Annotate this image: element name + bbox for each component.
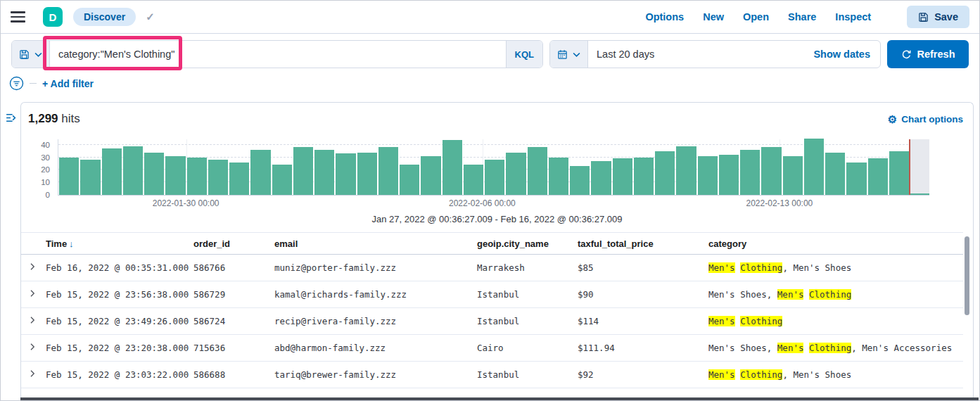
histogram-bar[interactable]	[59, 158, 79, 195]
y-axis-tick-label: 0	[46, 191, 50, 199]
chart-options-button[interactable]: ⚙ Chart options	[888, 114, 963, 125]
hits-count: 1,299 hits	[28, 112, 80, 126]
histogram-bar[interactable]	[293, 147, 313, 195]
add-filter-button[interactable]: + Add filter	[42, 78, 94, 89]
query-bar: KQL Last 20 days Show dates	[1, 34, 979, 74]
refresh-button[interactable]: Refresh	[887, 40, 969, 68]
column-header-price[interactable]: taxful_total_price	[578, 233, 708, 255]
check-icon: ✓	[146, 11, 155, 23]
vertical-scrollbar-thumb[interactable]	[965, 236, 969, 315]
histogram-bar[interactable]	[634, 158, 654, 195]
cell-email: tariq@brewer-family.zzz	[274, 362, 477, 388]
histogram-bar[interactable]	[378, 147, 398, 195]
cell-time: Feb 15, 2022 @ 23:03:22.000	[46, 362, 193, 388]
menu-hamburger-icon[interactable]	[11, 11, 25, 23]
histogram-bar[interactable]	[761, 147, 781, 195]
histogram-bar[interactable]	[443, 140, 462, 195]
histogram-bar[interactable]	[719, 155, 739, 195]
histogram-bar[interactable]	[528, 147, 547, 195]
cell-category: Men's Clothing, Men's Shoes	[708, 255, 963, 281]
category-text: Men's Shoes,	[708, 343, 777, 353]
histogram-bar[interactable]	[570, 166, 590, 195]
histogram-bar[interactable]	[187, 158, 207, 195]
category-text	[803, 289, 809, 300]
histogram-bar[interactable]	[783, 156, 803, 195]
query-language-badge[interactable]: KQL	[506, 41, 542, 68]
expand-row-button[interactable]	[21, 281, 46, 308]
nav-new[interactable]: New	[703, 11, 724, 23]
expand-row-button[interactable]	[21, 362, 46, 388]
cell-price: $114	[578, 308, 708, 335]
column-header-city[interactable]: geoip.city_name	[477, 233, 578, 255]
histogram-bar[interactable]	[549, 158, 568, 195]
results-panel: 1,299 hits ⚙ Chart options 010203040	[20, 102, 974, 401]
refresh-icon	[901, 49, 912, 60]
breadcrumb-discover: Discover	[73, 8, 136, 26]
highlighted-term: Clothing	[740, 262, 782, 273]
date-range-value[interactable]: Last 20 days	[588, 41, 803, 68]
histogram-bar[interactable]	[80, 160, 100, 195]
cell-email: kamal@richards-family.zzz	[274, 281, 477, 308]
histogram-bar[interactable]	[229, 163, 249, 195]
histogram-bar[interactable]	[889, 151, 909, 195]
category-text: , Men's Accessories	[851, 343, 952, 353]
cell-time: Feb 15, 2022 @ 23:49:26.000	[46, 308, 193, 335]
histogram-bar[interactable]	[165, 156, 185, 195]
expand-row-button[interactable]	[21, 255, 46, 281]
histogram-bar[interactable]	[698, 156, 718, 195]
histogram-bar[interactable]	[868, 158, 888, 195]
histogram-bar[interactable]	[485, 160, 504, 195]
histogram-bar[interactable]	[250, 150, 270, 195]
nav-share[interactable]: Share	[788, 11, 816, 23]
show-dates-button[interactable]: Show dates	[803, 41, 880, 68]
date-picker-group: Last 20 days Show dates	[549, 40, 881, 68]
histogram-bar[interactable]	[591, 161, 611, 195]
histogram-bar[interactable]	[506, 153, 526, 195]
histogram-bar[interactable]	[846, 163, 866, 195]
histogram-bar[interactable]	[676, 146, 696, 195]
nav-inspect[interactable]: Inspect	[835, 11, 871, 23]
column-header-time[interactable]: Time↓	[46, 233, 193, 255]
table-row: Feb 15, 2022 @ 23:56:38.000586729kamal@r…	[21, 281, 963, 308]
histogram-bar[interactable]	[740, 150, 760, 195]
histogram-bar[interactable]	[336, 153, 355, 195]
histogram-bar[interactable]	[613, 158, 632, 195]
query-input[interactable]	[50, 41, 506, 68]
histogram-bar[interactable]	[825, 153, 845, 195]
main-content: 1,299 hits ⚙ Chart options 010203040	[1, 102, 979, 401]
filter-divider	[30, 83, 37, 84]
column-header-category[interactable]: category	[708, 233, 963, 255]
histogram-bar[interactable]	[272, 165, 292, 195]
chevron-down-icon	[573, 51, 580, 58]
column-header-time-label: Time	[46, 238, 67, 249]
histogram-bar[interactable]	[357, 153, 377, 195]
save-button[interactable]: Save	[907, 6, 969, 28]
histogram-bar[interactable]	[655, 151, 675, 195]
histogram-bar[interactable]	[400, 165, 419, 195]
histogram-bar[interactable]	[314, 150, 334, 195]
histogram-bar[interactable]	[804, 139, 824, 195]
space-avatar[interactable]: D	[43, 7, 63, 27]
nav-options[interactable]: Options	[645, 11, 684, 23]
chart-options-label: Chart options	[901, 114, 963, 125]
filter-circle-icon[interactable]	[9, 76, 24, 91]
horizontal-scrollbar[interactable]	[20, 397, 979, 400]
histogram-bar[interactable]	[421, 156, 440, 195]
saved-query-menu-button[interactable]	[12, 41, 50, 68]
date-quick-select-button[interactable]	[550, 41, 588, 68]
histogram-bar[interactable]	[144, 153, 164, 195]
expand-sidebar-icon[interactable]	[5, 112, 17, 123]
nav-open[interactable]: Open	[743, 11, 769, 23]
column-header-email[interactable]: email	[274, 233, 477, 255]
column-header-order-id[interactable]: order_id	[193, 233, 274, 255]
expand-row-button[interactable]	[21, 308, 46, 335]
histogram-bar[interactable]	[123, 146, 143, 195]
chart-y-axis: 010203040	[26, 139, 54, 195]
histogram-bar[interactable]	[208, 160, 228, 195]
highlighted-term: Clothing	[740, 369, 782, 380]
histogram-bar[interactable]	[102, 148, 122, 195]
expand-row-button[interactable]	[21, 335, 46, 362]
filter-bar: + Add filter	[1, 74, 979, 98]
category-text	[803, 343, 809, 353]
histogram-bar[interactable]	[464, 165, 483, 195]
